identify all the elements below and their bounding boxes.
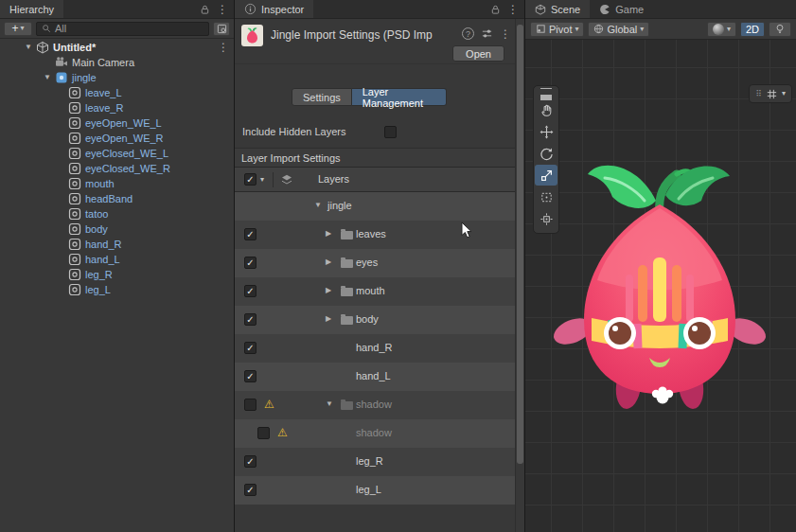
- layer-checkbox[interactable]: [244, 484, 256, 496]
- lock-icon[interactable]: [200, 4, 210, 15]
- hierarchy-panel: Hierarchy All: [0, 0, 235, 532]
- tab-layer-management[interactable]: Layer Management: [352, 88, 447, 106]
- layer-row[interactable]: hand_R: [235, 334, 515, 363]
- foldout-icon[interactable]: [326, 400, 337, 408]
- layer-checkbox[interactable]: [244, 285, 256, 297]
- scene-menu-icon[interactable]: [218, 42, 229, 53]
- hierarchy-item[interactable]: mouth: [0, 176, 234, 191]
- layer-checkbox[interactable]: [244, 228, 256, 240]
- hierarchy-item[interactable]: eyeClosed_WE_L: [0, 146, 234, 161]
- layer-checkbox[interactable]: [257, 427, 270, 439]
- layer-row[interactable]: leg_R: [235, 448, 515, 476]
- hierarchy-item-label: leave_R: [85, 102, 123, 114]
- presets-icon[interactable]: [481, 27, 493, 40]
- jingle-character[interactable]: [546, 146, 773, 430]
- search-filter-button[interactable]: [213, 22, 230, 36]
- scene-viewport[interactable]: ⠿: [525, 40, 796, 532]
- hierarchy-item[interactable]: eyeOpen_WE_L: [0, 115, 234, 131]
- hierarchy-item[interactable]: tatoo: [0, 206, 234, 222]
- chevron-down-icon: [575, 26, 578, 33]
- shading-mode-dropdown[interactable]: [707, 22, 736, 37]
- layer-management-tab-label: Layer Management: [363, 86, 435, 109]
- layer-row[interactable]: shadow: [235, 419, 515, 448]
- sprite-icon: [68, 253, 81, 266]
- add-object-button[interactable]: [4, 22, 32, 36]
- include-hidden-layers-checkbox[interactable]: [384, 126, 397, 138]
- hierarchy-item[interactable]: leg_R: [0, 267, 234, 282]
- hierarchy-item-label: leg_R: [85, 269, 113, 280]
- layer-checkbox[interactable]: [244, 455, 256, 468]
- all-layers-checkbox[interactable]: [244, 173, 256, 186]
- hierarchy-item[interactable]: leave_L: [0, 85, 234, 100]
- sprite-icon: [68, 283, 81, 296]
- hierarchy-item[interactable]: headBand: [0, 191, 234, 206]
- layer-name-label: eyes: [356, 257, 378, 268]
- foldout-icon[interactable]: [326, 287, 337, 294]
- unity-editor-window: Hierarchy All: [0, 0, 796, 532]
- hierarchy-item[interactable]: leave_R: [0, 100, 234, 115]
- layer-name-label: body: [356, 313, 379, 325]
- asset-menu-icon[interactable]: [500, 28, 511, 40]
- info-icon: [244, 3, 256, 15]
- pivot-dropdown[interactable]: Pivot: [530, 22, 584, 37]
- help-icon[interactable]: [462, 27, 474, 40]
- tab-settings[interactable]: Settings: [292, 88, 352, 106]
- hierarchy-item[interactable]: body: [0, 222, 234, 237]
- layer-checkbox[interactable]: [244, 399, 256, 411]
- hierarchy-item-label: jingle: [72, 72, 97, 83]
- layer-checkbox[interactable]: [244, 370, 256, 382]
- inspector-tab-label: Inspector: [261, 4, 304, 15]
- hierarchy-item-label: tatoo: [85, 208, 108, 220]
- tab-game[interactable]: Game: [590, 0, 653, 18]
- foldout-icon[interactable]: [314, 202, 326, 209]
- hierarchy-item[interactable]: leg_L: [0, 282, 234, 297]
- hierarchy-search-input[interactable]: All: [36, 22, 209, 36]
- hierarchy-menu-icon[interactable]: [217, 4, 228, 15]
- foldout-icon[interactable]: [44, 74, 55, 81]
- layer-row[interactable]: eyes: [235, 249, 515, 277]
- layer-row[interactable]: shadow: [235, 391, 515, 419]
- layer-row[interactable]: jingle: [235, 192, 515, 221]
- layer-checkbox[interactable]: [244, 342, 256, 354]
- inspector-menu-icon[interactable]: [507, 4, 519, 15]
- toggle-2d-button[interactable]: 2D: [740, 22, 765, 37]
- layer-row[interactable]: leg_L: [235, 476, 515, 505]
- layer-checkbox[interactable]: [244, 313, 256, 326]
- hierarchy-tree: Untitled* Main Camera: [0, 40, 234, 532]
- hierarchy-item[interactable]: eyeClosed_WE_R: [0, 161, 234, 176]
- search-icon: [42, 24, 51, 33]
- move-tool[interactable]: [535, 121, 557, 142]
- scene-lighting-button[interactable]: [769, 22, 791, 37]
- tab-inspector[interactable]: Inspector: [235, 0, 313, 18]
- hierarchy-item[interactable]: jingle: [0, 70, 234, 85]
- scrollbar-thumb[interactable]: [517, 25, 523, 464]
- global-dropdown[interactable]: Global: [588, 22, 649, 37]
- layer-name-label: mouth: [356, 285, 385, 296]
- view-hand-tool[interactable]: [535, 99, 557, 120]
- layer-row[interactable]: body: [235, 306, 515, 334]
- hierarchy-item[interactable]: Main Camera: [0, 55, 234, 70]
- folder-icon: [341, 288, 353, 296]
- grid-settings-overlay[interactable]: ⠿: [749, 84, 792, 103]
- layer-row[interactable]: mouth: [235, 277, 515, 306]
- lock-icon[interactable]: [490, 4, 501, 15]
- hierarchy-item[interactable]: Untitled*: [0, 40, 234, 55]
- foldout-icon[interactable]: [326, 315, 337, 323]
- hierarchy-item[interactable]: hand_R: [0, 237, 234, 252]
- foldout-icon[interactable]: [326, 258, 337, 266]
- tab-scene[interactable]: Scene: [525, 0, 590, 18]
- inspector-scrollbar[interactable]: [515, 19, 524, 532]
- tab-hierarchy[interactable]: Hierarchy: [0, 0, 63, 18]
- foldout-icon[interactable]: [25, 44, 36, 51]
- sprite-icon: [68, 86, 81, 99]
- open-button[interactable]: Open: [452, 45, 504, 62]
- layer-checkbox[interactable]: [244, 257, 256, 269]
- hierarchy-item[interactable]: eyeOpen_WE_R: [0, 131, 234, 146]
- hierarchy-item[interactable]: hand_L: [0, 252, 234, 267]
- foldout-icon[interactable]: [326, 230, 337, 238]
- pivot-label: Pivot: [549, 24, 572, 35]
- globe-icon: [593, 24, 604, 34]
- overlay-grip[interactable]: [534, 88, 558, 98]
- chevron-down-icon[interactable]: [260, 176, 264, 184]
- layer-row[interactable]: hand_L: [235, 363, 515, 391]
